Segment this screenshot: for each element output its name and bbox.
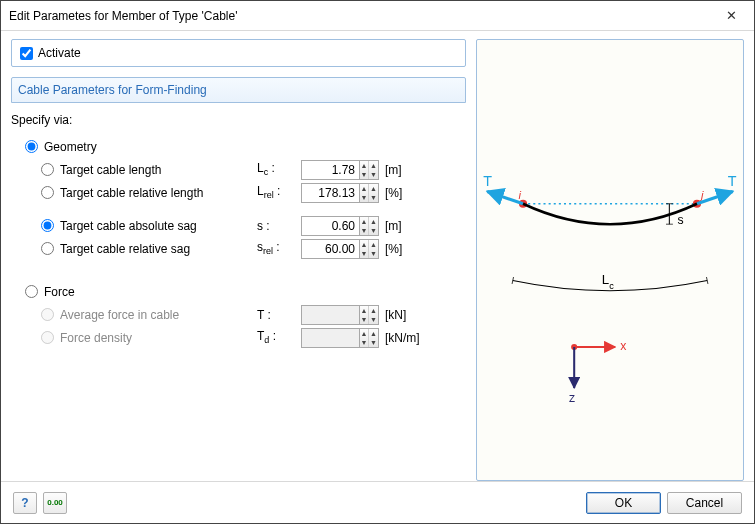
input-avg-force-field — [301, 305, 359, 325]
radio-target-rel-length-label[interactable]: Target cable relative length — [41, 186, 257, 200]
symbol-s: s : — [257, 219, 301, 233]
diagram-t-left: T — [483, 173, 492, 189]
diagram-i: i — [518, 189, 521, 201]
preview-panel: i j T T s Lc x — [476, 39, 744, 481]
close-icon: ✕ — [726, 8, 737, 23]
input-target-rel-length[interactable]: ▲▼ ▲▼ — [301, 183, 379, 203]
chevron-down-icon: ▼ — [360, 193, 368, 202]
chevron-down-icon: ▼ — [369, 170, 378, 179]
dialog-footer: ? 0.00 OK Cancel — [1, 481, 754, 523]
radio-force-label[interactable]: Force — [25, 285, 255, 299]
radio-avg-force — [41, 308, 54, 321]
spinner-target-rel-length[interactable]: ▲▼ ▲▼ — [359, 183, 379, 203]
chevron-down-icon: ▼ — [369, 338, 378, 347]
ok-label: OK — [615, 496, 632, 510]
input-target-length-field[interactable] — [301, 160, 359, 180]
row-target-length: Target cable length Lc : ▲▼ ▲▼ [m] — [11, 158, 466, 181]
input-target-abs-sag[interactable]: ▲▼ ▲▼ — [301, 216, 379, 236]
spinner-target-abs-sag[interactable]: ▲▼ ▲▼ — [359, 216, 379, 236]
chevron-down-icon: ▼ — [360, 226, 368, 235]
chevron-up-icon: ▲ — [369, 329, 378, 338]
activate-panel: Activate — [11, 39, 466, 67]
input-avg-force: ▲▼ ▲▼ — [301, 305, 379, 325]
chevron-up-icon: ▲ — [369, 161, 378, 170]
input-target-length[interactable]: ▲▼ ▲▼ — [301, 160, 379, 180]
radio-target-rel-sag-label[interactable]: Target cable relative sag — [41, 242, 257, 256]
row-target-rel-sag: Target cable relative sag srel : ▲▼ ▲▼ [… — [11, 237, 466, 260]
titlebar: Edit Parametes for Member of Type 'Cable… — [1, 1, 754, 31]
input-target-rel-sag[interactable]: ▲▼ ▲▼ — [301, 239, 379, 259]
radio-target-rel-sag-text: Target cable relative sag — [60, 242, 190, 256]
chevron-up-icon: ▲ — [360, 217, 368, 226]
radio-avg-force-label: Average force in cable — [41, 308, 257, 322]
diagram-lc: Lc — [602, 272, 614, 291]
radio-geometry-label[interactable]: Geometry — [25, 140, 255, 154]
radio-force-density — [41, 331, 54, 344]
radio-target-length[interactable] — [41, 163, 54, 176]
symbol-lrel: Lrel : — [257, 184, 301, 200]
chevron-down-icon: ▼ — [360, 170, 368, 179]
radio-force-density-text: Force density — [60, 331, 132, 345]
help-button[interactable]: ? — [13, 492, 37, 514]
chevron-up-icon: ▲ — [369, 240, 378, 249]
radio-target-abs-sag-label[interactable]: Target cable absolute sag — [41, 219, 257, 233]
section-header: Cable Parameters for Form-Finding — [11, 77, 466, 103]
specify-via-label: Specify via: — [11, 111, 466, 135]
input-force-density: ▲▼ ▲▼ — [301, 328, 379, 348]
unit-target-rel-length: [%] — [379, 186, 402, 200]
close-button[interactable]: ✕ — [709, 1, 754, 31]
chevron-up-icon: ▲ — [360, 161, 368, 170]
row-target-abs-sag: Target cable absolute sag s : ▲▼ ▲▼ [m] — [11, 214, 466, 237]
symbol-td: Td : — [257, 329, 301, 345]
chevron-up-icon: ▲ — [369, 217, 378, 226]
chevron-down-icon: ▼ — [369, 249, 378, 258]
radio-target-rel-sag[interactable] — [41, 242, 54, 255]
chevron-up-icon: ▲ — [369, 306, 378, 315]
unit-target-length: [m] — [379, 163, 402, 177]
input-target-rel-length-field[interactable] — [301, 183, 359, 203]
unit-target-abs-sag: [m] — [379, 219, 402, 233]
input-target-abs-sag-field[interactable] — [301, 216, 359, 236]
cancel-button[interactable]: Cancel — [667, 492, 742, 514]
dialog-body: Activate Cable Parameters for Form-Findi… — [1, 31, 754, 481]
activate-checkbox[interactable] — [20, 47, 33, 60]
radio-force[interactable] — [25, 285, 38, 298]
chevron-down-icon: ▼ — [360, 338, 368, 347]
spinner-force-density: ▲▼ ▲▼ — [359, 328, 379, 348]
dialog-title: Edit Parametes for Member of Type 'Cable… — [9, 9, 709, 23]
symbol-lc: Lc : — [257, 161, 301, 177]
diagram-s: s — [678, 213, 684, 227]
unit-force-density: [kN/m] — [379, 331, 420, 345]
chevron-up-icon: ▲ — [360, 306, 368, 315]
radio-target-rel-length[interactable] — [41, 186, 54, 199]
symbol-srel: srel : — [257, 240, 301, 256]
row-force-density: Force density Td : ▲▼ ▲▼ [kN/m] — [11, 326, 466, 349]
spinner-target-length[interactable]: ▲▼ ▲▼ — [359, 160, 379, 180]
radio-target-length-label[interactable]: Target cable length — [41, 163, 257, 177]
cancel-label: Cancel — [686, 496, 723, 510]
radio-target-length-text: Target cable length — [60, 163, 161, 177]
row-geometry: Geometry — [11, 135, 466, 158]
radio-target-abs-sag[interactable] — [41, 219, 54, 232]
row-target-rel-length: Target cable relative length Lrel : ▲▼ ▲… — [11, 181, 466, 204]
row-force: Force — [11, 280, 466, 303]
ok-button[interactable]: OK — [586, 492, 661, 514]
input-target-rel-sag-field[interactable] — [301, 239, 359, 259]
radio-geometry[interactable] — [25, 140, 38, 153]
units-icon: 0.00 — [47, 498, 63, 507]
activate-checkbox-label[interactable]: Activate — [20, 46, 457, 60]
units-button[interactable]: 0.00 — [43, 492, 67, 514]
diagram-t-right: T — [728, 173, 737, 189]
chevron-up-icon: ▲ — [369, 184, 378, 193]
row-avg-force: Average force in cable T : ▲▼ ▲▼ [kN] — [11, 303, 466, 326]
left-pane: Activate Cable Parameters for Form-Findi… — [11, 39, 466, 481]
input-force-density-field — [301, 328, 359, 348]
cable-diagram: i j T T s Lc x — [477, 40, 743, 480]
diagram-x: x — [620, 339, 626, 353]
spinner-target-rel-sag[interactable]: ▲▼ ▲▼ — [359, 239, 379, 259]
radio-force-density-label: Force density — [41, 331, 257, 345]
chevron-up-icon: ▲ — [360, 240, 368, 249]
chevron-down-icon: ▼ — [360, 315, 368, 324]
spinner-avg-force: ▲▼ ▲▼ — [359, 305, 379, 325]
diagram-j: j — [699, 189, 704, 201]
